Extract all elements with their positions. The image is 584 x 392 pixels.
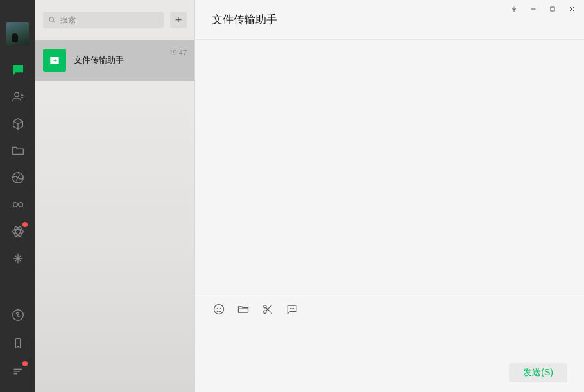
svg-line-12 [53, 21, 55, 23]
svg-point-18 [214, 305, 224, 314]
conversation-time: 19:47 [169, 49, 187, 56]
close-button[interactable] [562, 1, 581, 17]
svg-point-19 [217, 308, 218, 309]
chat-bubble-icon [11, 63, 25, 77]
notification-dot [22, 361, 28, 366]
emoji-button[interactable] [212, 302, 226, 316]
nav-files[interactable] [0, 137, 35, 164]
new-chat-button[interactable]: + [170, 12, 187, 28]
conversation-title: 文件传输助手 [74, 55, 124, 66]
nav-contacts[interactable] [0, 83, 35, 110]
window-controls [504, 1, 581, 17]
notification-dot [22, 222, 28, 227]
conversation-avatar [43, 49, 66, 72]
svg-point-2 [12, 229, 23, 234]
nav-phone[interactable] [0, 329, 35, 357]
nav-moments[interactable] [0, 164, 35, 191]
nav-topstories[interactable] [0, 245, 35, 272]
chat-history-icon [286, 303, 298, 316]
message-input[interactable] [212, 322, 567, 361]
screenshot-button[interactable] [261, 302, 275, 316]
svg-point-22 [264, 311, 266, 313]
nav-chat[interactable] [0, 56, 35, 83]
menu-icon [11, 364, 25, 379]
app-nav [0, 0, 35, 392]
svg-point-20 [220, 308, 221, 309]
svg-line-24 [266, 308, 272, 314]
chat-header: 文件传输助手 [195, 0, 584, 40]
send-row: 发送(S) [195, 361, 584, 392]
chat-messages-area[interactable] [195, 40, 584, 296]
close-icon [568, 5, 576, 13]
maximize-icon [549, 5, 556, 13]
chat-input-area: 发送(S) [195, 296, 584, 392]
nav-discover[interactable] [0, 218, 35, 245]
search-input[interactable] [60, 15, 159, 24]
minimize-icon [529, 5, 537, 13]
folder-open-icon [237, 303, 250, 316]
contacts-icon [11, 90, 25, 104]
chat-panel: 文件传输助手 [195, 0, 584, 392]
nav-collection[interactable] [0, 110, 35, 137]
svg-point-28 [293, 308, 294, 309]
avatar[interactable] [6, 22, 29, 45]
svg-point-23 [264, 305, 266, 308]
folder-icon [11, 144, 25, 158]
nav-menu[interactable] [0, 357, 35, 386]
chat-history-button[interactable] [285, 302, 299, 316]
miniprogram-icon [11, 308, 25, 322]
message-input-wrap [195, 322, 584, 361]
svg-point-11 [49, 17, 53, 21]
nav-channels[interactable] [0, 191, 35, 218]
aperture-icon [11, 171, 25, 185]
conversation-list-empty-area [35, 81, 194, 392]
search-icon [48, 15, 56, 24]
plus-icon: + [175, 14, 182, 26]
scissors-icon [261, 303, 274, 316]
svg-point-0 [14, 92, 18, 96]
svg-point-26 [290, 308, 291, 309]
butterfly-icon [11, 198, 25, 212]
chat-title: 文件传输助手 [212, 12, 277, 27]
nav-bottom-group [0, 301, 35, 386]
svg-line-25 [266, 305, 272, 311]
sparkle-icon [11, 251, 25, 266]
search-box[interactable] [43, 12, 164, 28]
pin-button[interactable] [504, 1, 524, 17]
nav-miniprogram[interactable] [0, 301, 35, 329]
cube-icon [11, 117, 25, 131]
pin-icon [510, 5, 518, 13]
input-toolbar [195, 296, 584, 322]
atom-icon [11, 225, 25, 239]
svg-point-27 [291, 308, 292, 309]
emoji-icon [212, 303, 225, 316]
svg-rect-15 [551, 7, 554, 11]
search-row: + [35, 0, 194, 40]
phone-icon [11, 336, 25, 350]
send-file-button[interactable] [236, 302, 250, 316]
conversation-item[interactable]: 文件传输助手 19:47 [35, 40, 194, 81]
conversation-panel: + 文件传输助手 19:47 [35, 0, 195, 392]
maximize-button[interactable] [543, 1, 562, 17]
send-button[interactable]: 发送(S) [509, 363, 567, 382]
file-transfer-icon [48, 54, 61, 67]
minimize-button[interactable] [524, 1, 543, 17]
